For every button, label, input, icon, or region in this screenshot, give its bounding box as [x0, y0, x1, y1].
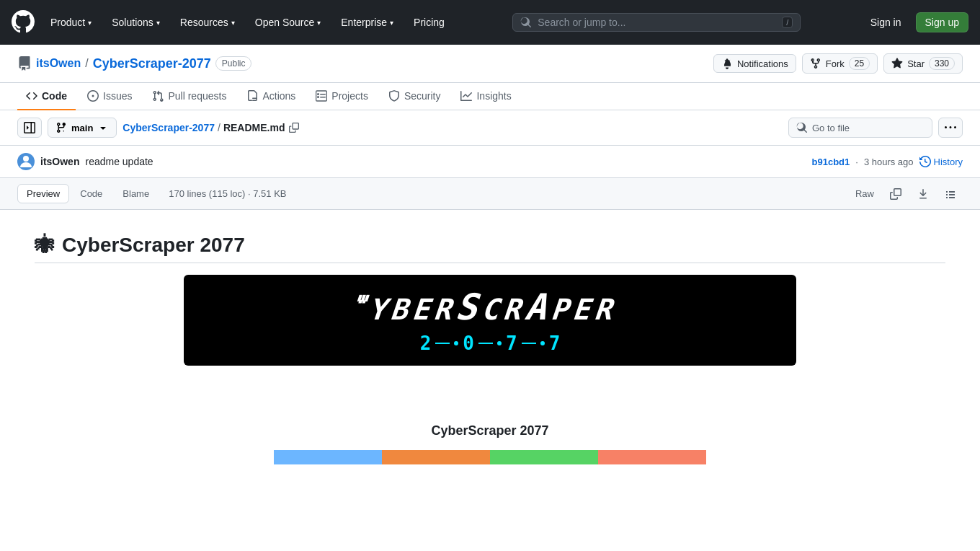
issues-icon	[87, 90, 99, 102]
fork-count: 25	[849, 57, 870, 70]
repo-name-link[interactable]: CyberScraper-2077	[93, 56, 211, 71]
more-icon	[945, 122, 956, 133]
chart-area: CyberScraper 2077	[35, 423, 945, 464]
tab-insights[interactable]: Insights	[452, 83, 520, 110]
history-link[interactable]: History	[919, 156, 963, 167]
fork-icon	[810, 58, 821, 69]
actions-icon	[246, 90, 258, 102]
list-icon	[945, 188, 956, 200]
search-shortcut-kbd: /	[782, 17, 793, 28]
readme-banner: ꙻyBeRScRApeR 2 0 7 7	[35, 275, 945, 366]
file-toolbar: main CyberScraper-2077 / README.md Go to…	[0, 110, 980, 146]
breadcrumb-repo-link[interactable]: CyberScraper-2077	[122, 122, 215, 133]
blame-tab[interactable]: Blame	[113, 184, 159, 203]
pull-request-icon	[152, 90, 164, 102]
chart-bar-green	[490, 450, 598, 464]
visibility-badge: Public	[215, 56, 252, 71]
notifications-label: Notifications	[737, 58, 788, 69]
branch-icon	[55, 122, 67, 133]
commit-time-ago: 3 hours ago	[864, 157, 914, 167]
nav-product[interactable]: Product ▾	[46, 14, 96, 31]
github-logo[interactable]	[12, 10, 35, 35]
breadcrumb-file: README.md	[223, 122, 285, 133]
sidebar-toggle-button[interactable]	[17, 118, 42, 138]
more-options-button[interactable]	[938, 118, 963, 138]
commit-time: ·	[855, 157, 858, 167]
nav-pricing[interactable]: Pricing	[409, 14, 449, 31]
insights-icon	[460, 90, 472, 102]
repo-tabs: Code Issues Pull requests Actions Projec…	[0, 83, 980, 110]
chevron-down-icon: ▾	[88, 19, 92, 27]
file-meta: 170 lines (115 loc) · 7.51 KB	[169, 188, 286, 199]
chevron-down-icon	[97, 122, 109, 133]
tab-issues-label: Issues	[103, 90, 132, 102]
list-view-button[interactable]	[938, 185, 963, 203]
chevron-down-icon: ▾	[390, 19, 393, 27]
copy-icon	[289, 123, 299, 133]
chart-bar-blue	[274, 450, 382, 464]
readme-title-text: CyberScraper 2077	[62, 234, 245, 257]
chart-bar-pink	[598, 450, 706, 464]
fork-label: Fork	[826, 58, 845, 69]
tab-code[interactable]: Code	[17, 83, 76, 110]
projects-icon	[316, 90, 327, 102]
repo-owner-link[interactable]: itsOwen	[36, 57, 81, 70]
search-box[interactable]: Search or jump to... /	[512, 13, 801, 32]
breadcrumb-sep: /	[218, 122, 220, 133]
preview-tab[interactable]: Preview	[17, 184, 69, 203]
chevron-down-icon: ▾	[231, 19, 235, 27]
download-icon	[917, 188, 929, 200]
bell-icon	[721, 58, 733, 69]
tab-code-label: Code	[42, 90, 67, 102]
fork-button[interactable]: Fork 25	[802, 53, 878, 74]
commit-author[interactable]: itsOwen	[40, 156, 79, 167]
tab-insights-label: Insights	[476, 90, 511, 102]
readme-title: 🕷 CyberScraper 2077	[35, 233, 945, 263]
chart-bar-orange	[382, 450, 490, 464]
readme-emoji: 🕷	[35, 233, 55, 257]
copy-path-button[interactable]	[288, 121, 300, 134]
search-placeholder: Search or jump to...	[538, 17, 782, 28]
code-icon	[26, 90, 37, 102]
tab-issues[interactable]: Issues	[79, 83, 141, 110]
avatar[interactable]	[17, 153, 35, 170]
tab-security[interactable]: Security	[380, 83, 450, 110]
star-icon	[891, 58, 903, 69]
tab-projects[interactable]: Projects	[307, 83, 377, 110]
star-button[interactable]: Star 330	[883, 53, 963, 74]
tab-actions[interactable]: Actions	[238, 83, 304, 110]
raw-button[interactable]: Raw	[849, 185, 881, 203]
goto-file-box[interactable]: Go to file	[788, 118, 932, 138]
nav-open-source[interactable]: Open Source ▾	[251, 14, 326, 31]
nav-solutions[interactable]: Solutions ▾	[107, 14, 164, 31]
top-nav: Product ▾ Solutions ▾ Resources ▾ Open S…	[0, 0, 980, 45]
branch-selector[interactable]: main	[48, 118, 117, 138]
chevron-down-icon: ▾	[317, 19, 321, 27]
nav-enterprise[interactable]: Enterprise ▾	[337, 14, 398, 31]
signin-button[interactable]: Sign in	[865, 14, 907, 31]
download-button[interactable]	[911, 185, 935, 203]
search-icon	[796, 122, 808, 133]
nav-resources[interactable]: Resources ▾	[176, 14, 239, 31]
branch-name: main	[71, 123, 93, 133]
copy-raw-button[interactable]	[883, 185, 908, 203]
star-count: 330	[929, 57, 955, 70]
file-tabs-bar: Preview Code Blame 170 lines (115 loc) ·…	[0, 178, 980, 210]
repo-icon	[17, 56, 32, 71]
commit-hash-link[interactable]: b91cbd1	[812, 157, 850, 167]
commit-bar: itsOwen readme update b91cbd1 · 3 hours …	[0, 146, 980, 178]
security-icon	[388, 90, 400, 102]
commit-message: readme update	[85, 156, 153, 167]
tab-pull-requests[interactable]: Pull requests	[143, 83, 235, 110]
copy-icon	[890, 188, 901, 200]
notifications-button[interactable]: Notifications	[713, 54, 796, 73]
signup-button[interactable]: Sign up	[916, 12, 968, 32]
star-label: Star	[907, 58, 925, 69]
search-icon	[520, 17, 532, 28]
readme-content: 🕷 CyberScraper 2077 ꙻyBeRScRApeR 2 0 7	[0, 210, 980, 498]
history-icon	[919, 156, 931, 167]
code-tab[interactable]: Code	[71, 184, 112, 203]
sidebar-icon	[24, 122, 35, 133]
chart-title: CyberScraper 2077	[35, 423, 945, 438]
tab-security-label: Security	[404, 90, 441, 102]
